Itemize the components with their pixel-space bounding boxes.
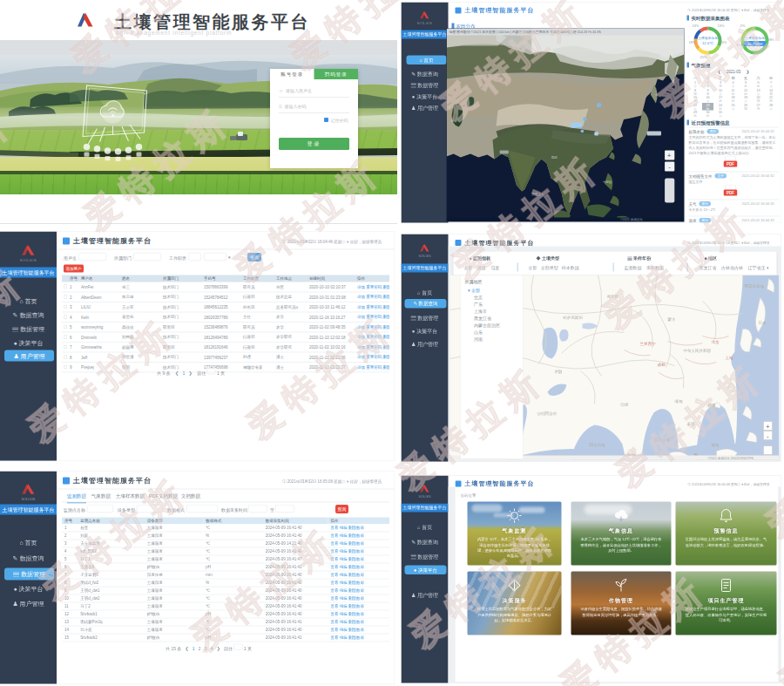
- svg-text:泰国: 泰国: [687, 422, 695, 426]
- svg-text:土壤温度传感: 土壤温度传感: [698, 36, 718, 40]
- svg-text:俄罗斯: 俄罗斯: [607, 295, 619, 299]
- svg-text:24%: 24%: [693, 24, 700, 28]
- svg-text:孟加拉湾: 孟加拉湾: [654, 437, 671, 443]
- svg-text:阿拉伯海: 阿拉伯海: [590, 443, 606, 447]
- svg-text:日本: 日本: [759, 321, 767, 325]
- svg-text:兰州西宁: 兰州西宁: [640, 341, 657, 346]
- svg-text:地图 图例数据 ©2021 航天宏图 | 100 km |: 地图 图例数据 ©2021 航天宏图 | 100 km | 内蒙古自治区乌兰察布…: [449, 30, 601, 34]
- svg-text:12.6℃: 12.6℃: [702, 41, 713, 45]
- svg-text:20%: 20%: [720, 40, 727, 44]
- svg-text:-: -: [668, 163, 671, 171]
- svg-text:北京: 北京: [712, 340, 720, 344]
- svg-text:+: +: [766, 423, 770, 431]
- svg-text:印度: 印度: [621, 403, 630, 407]
- svg-text:南海: 南海: [712, 443, 720, 447]
- svg-text:25%: 25%: [737, 43, 744, 47]
- svg-text:上海: 上海: [726, 356, 734, 360]
- svg-text:中华人民共和国: 中华人民共和国: [684, 348, 712, 353]
- svg-text:PDF: PDF: [727, 191, 734, 195]
- svg-text:昆明: 昆明: [551, 157, 558, 160]
- svg-text:-: -: [767, 432, 769, 440]
- svg-text:哈萨克斯坦: 哈萨克斯坦: [564, 316, 584, 320]
- svg-text:土壤湿度传感: 土壤湿度传感: [745, 36, 765, 40]
- svg-text:鄂霍次克海: 鄂霍次克海: [745, 283, 765, 289]
- svg-text:PDF: PDF: [727, 162, 734, 166]
- svg-text:©2021 高德软件: ©2021 高德软件: [620, 219, 643, 222]
- svg-text:©2021 高德软件 GS(2019)6379号: ©2021 高德软件 GS(2019)6379号: [708, 457, 754, 460]
- svg-text:46.2%RH: 46.2%RH: [747, 42, 762, 46]
- svg-text:成都: 成都: [658, 363, 666, 367]
- svg-text:蒙古: 蒙古: [668, 317, 677, 322]
- svg-text:18%: 18%: [689, 40, 696, 44]
- svg-text:+: +: [667, 153, 672, 160]
- svg-text:马尼拉: 马尼拉: [603, 181, 612, 185]
- svg-text:缅甸: 缅甸: [675, 399, 684, 404]
- svg-text:13%: 13%: [718, 24, 725, 28]
- svg-text:斯里兰卡: 斯里兰卡: [531, 194, 544, 197]
- svg-text:25%: 25%: [700, 55, 707, 59]
- svg-text:2%: 2%: [740, 24, 746, 28]
- svg-text:98%: 98%: [768, 37, 774, 42]
